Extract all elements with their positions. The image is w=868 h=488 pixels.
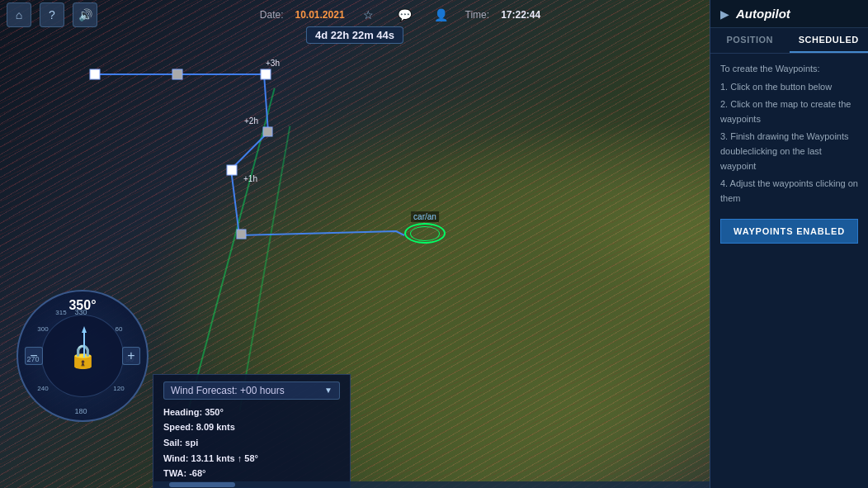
sail-stat: Sail: spi	[163, 435, 340, 451]
dropdown-arrow-icon: ▼	[324, 386, 333, 395]
date-time-row: Date: 10.01.2021 ☆ 💬 👤 Time: 17:22:44	[260, 2, 540, 27]
svg-text:315: 315	[55, 309, 67, 316]
speed-label: Speed:	[163, 422, 194, 432]
wind-forecast-dropdown[interactable]: Wind Forecast: +00 hours ▼	[163, 381, 340, 400]
time-value: 17:22:44	[501, 9, 540, 21]
ship-label: car/an	[411, 211, 439, 222]
svg-rect-5	[237, 230, 246, 239]
svg-text:+1h: +1h	[243, 174, 257, 183]
ship-circle-inner	[410, 226, 440, 241]
heading-label: Heading:	[163, 407, 202, 417]
waypoints-enabled-button[interactable]: WAYPOINTS ENABLED	[720, 219, 858, 244]
date-label: Date:	[260, 9, 284, 21]
speed-stat: Speed: 8.09 knts	[163, 419, 340, 435]
ship-marker: car/an	[404, 223, 446, 244]
date-value: 10.01.2021	[295, 9, 345, 21]
wind-label: Wind:	[163, 453, 188, 463]
time-label: Time:	[465, 9, 490, 21]
toolbar-left: ⌂ ? 🔊	[7, 2, 97, 27]
svg-marker-19	[82, 326, 87, 333]
twa-label: TWA:	[163, 468, 186, 478]
svg-text:240: 240	[37, 385, 49, 392]
wind-dropdown-label: Wind Forecast: +00 hours	[171, 385, 285, 396]
svg-text:+3h: +3h	[266, 59, 280, 68]
chat-button[interactable]: 💬	[393, 2, 417, 27]
compass-outer: − 350° 330 180 270 90 300 60 240 120 315…	[17, 290, 149, 422]
svg-rect-2	[261, 69, 271, 79]
wind-stats: Heading: 350° Speed: 8.09 knts Sail: spi…	[163, 405, 340, 481]
compass: − 350° 330 180 270 90 300 60 240 120 315…	[17, 290, 149, 422]
twa-value: -68°	[189, 468, 205, 478]
svg-rect-3	[263, 127, 272, 136]
wind-value: 13.11 knts ↑ 58°	[191, 453, 258, 463]
panel-header: ▶ Autopilot	[710, 0, 868, 28]
map-container[interactable]: ⌂ ? 🔊 Date: 10.01.2021 ☆ 💬 👤 Time: 17:22…	[0, 0, 710, 488]
sail-label: Sail:	[163, 438, 182, 448]
svg-text:120: 120	[113, 385, 125, 392]
compass-plus-button[interactable]: +	[122, 347, 140, 365]
autopilot-panel: ▶ Autopilot POSITION SCHEDULED To create…	[710, 0, 868, 488]
svg-text:180: 180	[74, 407, 87, 415]
svg-text:270: 270	[26, 355, 39, 363]
speed-value: 8.09 knts	[196, 422, 235, 432]
twa-stat: TWA: -68°	[163, 466, 340, 481]
user-button[interactable]: 👤	[429, 2, 454, 27]
tab-position[interactable]: POSITION	[710, 28, 790, 53]
tab-scheduled[interactable]: SCHEDULED	[790, 28, 869, 53]
svg-rect-4	[227, 165, 237, 175]
svg-text:+2h: +2h	[244, 116, 258, 126]
panel-title: Autopilot	[736, 7, 790, 21]
sail-value: spi	[185, 438, 198, 448]
panel-tabs: POSITION SCHEDULED	[710, 28, 868, 54]
instruction-3: 3. Finish drawing the Waypoints doublecl…	[720, 130, 858, 173]
instructions-text: To create the Waypoints: 1. Click on the…	[720, 62, 858, 206]
top-bar-center: Date: 10.01.2021 ☆ 💬 👤 Time: 17:22:44	[97, 2, 703, 27]
countdown-badge: 4d 22h 22m 44s	[306, 26, 403, 44]
svg-rect-1	[172, 69, 182, 79]
wind-stat: Wind: 13.11 knts ↑ 58°	[163, 451, 340, 467]
instruction-0: To create the Waypoints:	[720, 62, 858, 77]
svg-text:300: 300	[37, 325, 49, 333]
scroll-thumb	[169, 482, 235, 487]
panel-expand-icon[interactable]: ▶	[720, 7, 729, 21]
svg-text:330: 330	[74, 308, 87, 316]
svg-text:60: 60	[116, 325, 123, 333]
star-button[interactable]: ☆	[356, 2, 381, 27]
home-button[interactable]: ⌂	[7, 2, 31, 27]
top-bar: ⌂ ? 🔊 Date: 10.01.2021 ☆ 💬 👤 Time: 17:22…	[0, 0, 710, 30]
heading-value: 350°	[205, 407, 224, 417]
wind-panel: Wind Forecast: +00 hours ▼ Heading: 350°…	[153, 374, 351, 488]
instruction-1: 1. Click on the button below	[720, 80, 858, 95]
instruction-4: 4. Adjust the waypoints clicking on them	[720, 177, 858, 206]
help-button[interactable]: ?	[40, 2, 64, 27]
bottom-scrollbar[interactable]	[153, 481, 710, 488]
ship-circle-outer	[404, 223, 446, 244]
heading-stat: Heading: 350°	[163, 405, 340, 420]
instruction-2: 2. Click on the map to create the waypoi…	[720, 97, 858, 126]
svg-rect-0	[90, 69, 100, 79]
sound-button[interactable]: 🔊	[73, 2, 97, 27]
panel-content: To create the Waypoints: 1. Click on the…	[710, 54, 868, 488]
